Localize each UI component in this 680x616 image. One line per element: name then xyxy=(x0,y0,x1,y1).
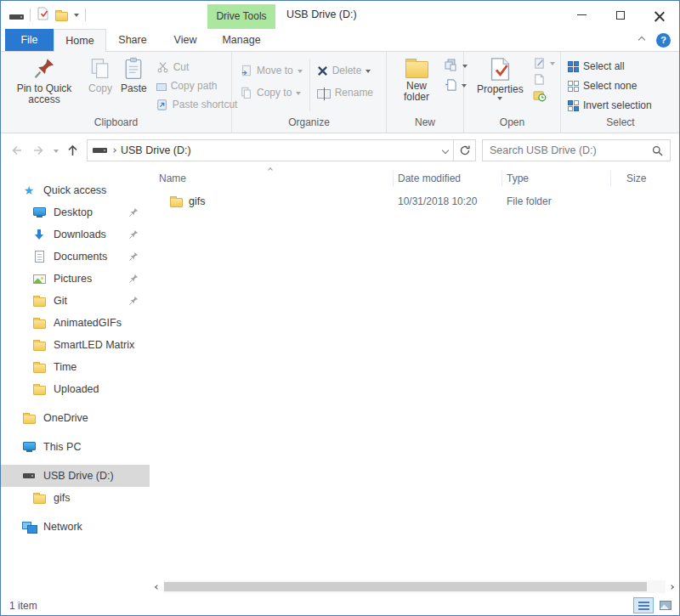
tab-home[interactable]: Home xyxy=(54,29,106,52)
open-item-button[interactable] xyxy=(533,73,555,86)
paste-shortcut-icon xyxy=(156,99,168,110)
sidebar-item-desktop[interactable]: Desktop xyxy=(1,201,150,223)
forward-button[interactable] xyxy=(31,144,46,157)
column-header-size[interactable]: Size xyxy=(611,171,679,186)
tab-manage[interactable]: Manage xyxy=(207,29,275,51)
minimize-button[interactable] xyxy=(562,1,601,29)
select-none-button[interactable]: Select none xyxy=(568,80,652,92)
address-row: USB Drive (D:) xyxy=(1,133,679,167)
new-item-icon xyxy=(445,78,457,92)
sidebar-item-downloads[interactable]: Downloads xyxy=(1,223,150,246)
pin-icon xyxy=(128,229,139,240)
sidebar-item-pictures[interactable]: Pictures xyxy=(1,268,150,290)
invert-selection-button[interactable]: Invert selection xyxy=(568,99,652,111)
copy-button[interactable]: Copy xyxy=(84,54,116,94)
new-folder-button[interactable]: New folder xyxy=(394,54,439,103)
address-dropdown-icon[interactable] xyxy=(442,147,449,154)
search-icon xyxy=(652,145,663,156)
select-group-label: Select xyxy=(561,116,680,133)
back-button[interactable] xyxy=(9,144,24,157)
address-bar[interactable]: USB Drive (D:) xyxy=(87,139,454,161)
scroll-left-button[interactable] xyxy=(151,580,163,593)
scrollbar-thumb[interactable] xyxy=(164,582,647,591)
details-view-button[interactable] xyxy=(633,597,654,613)
delete-dropdown-icon xyxy=(366,70,371,76)
close-button[interactable] xyxy=(640,1,679,29)
qat-dropdown-icon[interactable] xyxy=(74,14,79,20)
item-count: 1 item xyxy=(9,600,37,612)
cut-button[interactable]: Cut xyxy=(156,61,238,73)
paste-shortcut-label: Paste shortcut xyxy=(173,99,238,110)
sidebar-item-animatedgifs[interactable]: AnimatedGIFs xyxy=(1,312,150,334)
document-icon xyxy=(35,251,44,263)
edit-button[interactable] xyxy=(533,57,555,70)
column-header-date-modified[interactable]: Date modified xyxy=(394,171,502,186)
copy-path-button[interactable]: Copy path xyxy=(156,80,238,92)
view-buttons xyxy=(633,597,676,613)
paste-button[interactable]: Paste xyxy=(116,54,151,94)
sidebar-item-network[interactable]: Network xyxy=(1,516,150,538)
sidebar-item-onedrive[interactable]: OneDrive xyxy=(1,407,150,429)
select-all-label: Select all xyxy=(583,60,625,72)
rename-button[interactable]: Rename xyxy=(317,87,373,99)
window-controls xyxy=(562,1,679,29)
move-to-label: Move to xyxy=(257,65,293,76)
scrollbar-track[interactable] xyxy=(163,580,666,593)
sidebar-item-quick-access[interactable]: Quick access xyxy=(1,179,150,201)
breadcrumb[interactable]: USB Drive (D:) xyxy=(121,144,191,156)
navigation-pane: Quick access Desktop Downloads Documents… xyxy=(1,167,150,596)
help-icon[interactable] xyxy=(656,33,671,48)
pin-icon xyxy=(128,274,139,284)
recent-locations-icon[interactable] xyxy=(54,150,59,155)
search-input[interactable] xyxy=(490,144,652,156)
history-button[interactable] xyxy=(533,89,555,102)
properties-button[interactable]: Properties xyxy=(473,54,528,103)
select-all-button[interactable]: Select all xyxy=(568,60,652,72)
sidebar-item-time[interactable]: Time xyxy=(1,356,150,378)
tab-file[interactable]: File xyxy=(5,29,54,51)
separator xyxy=(85,8,86,21)
properties-icon xyxy=(489,57,512,82)
refresh-button[interactable] xyxy=(454,139,476,161)
pin-to-quick-access-button[interactable]: Pin to Quick access xyxy=(4,54,84,105)
sidebar-item-uploaded[interactable]: Uploaded xyxy=(1,378,150,400)
sidebar-item-git[interactable]: Git xyxy=(1,290,150,312)
rename-icon xyxy=(317,89,331,99)
thumbnails-view-icon xyxy=(660,601,672,610)
chevron-right-icon xyxy=(669,585,674,590)
sidebar-item-this-pc[interactable]: This PC xyxy=(1,436,150,458)
scroll-right-button[interactable] xyxy=(666,580,677,593)
folder-icon xyxy=(33,342,46,351)
drive-tools-contextual-tab[interactable]: Drive Tools xyxy=(207,4,275,29)
thumbnails-view-button[interactable] xyxy=(655,597,676,613)
sidebar-item-usb-drive[interactable]: USB Drive (D:) xyxy=(1,465,150,487)
tab-share[interactable]: Share xyxy=(106,29,159,51)
folder-icon[interactable] xyxy=(55,12,68,21)
horizontal-scrollbar[interactable] xyxy=(151,580,677,593)
search-box[interactable] xyxy=(482,139,671,161)
move-to-button[interactable]: Move to xyxy=(241,65,303,76)
maximize-icon xyxy=(616,11,625,20)
collapse-ribbon-icon[interactable] xyxy=(638,37,645,43)
column-header-type[interactable]: Type xyxy=(502,171,611,186)
paste-shortcut-button[interactable]: Paste shortcut xyxy=(156,99,238,110)
up-button[interactable] xyxy=(66,144,79,158)
column-header-name[interactable]: Name xyxy=(150,171,394,186)
delete-button[interactable]: Delete xyxy=(317,65,373,76)
properties-qat-button[interactable] xyxy=(37,7,49,23)
new-group-label: New xyxy=(387,116,463,133)
copy-to-button[interactable]: Copy to xyxy=(241,87,303,99)
column-headers: Name Date modified Type Size xyxy=(150,167,679,189)
rename-label: Rename xyxy=(335,87,373,99)
main-area: Quick access Desktop Downloads Documents… xyxy=(1,167,679,596)
file-name: gifs xyxy=(189,195,205,207)
ribbon-group-organize: Move to Copy to Delete xyxy=(232,52,387,133)
file-row-gifs[interactable]: gifs 10/31/2018 10:20 File folder xyxy=(150,191,679,212)
maximize-button[interactable] xyxy=(601,1,640,29)
sidebar-item-documents[interactable]: Documents xyxy=(1,246,150,268)
sidebar-item-smartled-matrix[interactable]: SmartLED Matrix xyxy=(1,334,150,356)
breadcrumb-chevron-icon[interactable] xyxy=(111,148,116,153)
tab-view[interactable]: View xyxy=(159,29,212,51)
monitor-icon xyxy=(33,207,46,216)
sidebar-item-gifs[interactable]: gifs xyxy=(1,487,150,509)
